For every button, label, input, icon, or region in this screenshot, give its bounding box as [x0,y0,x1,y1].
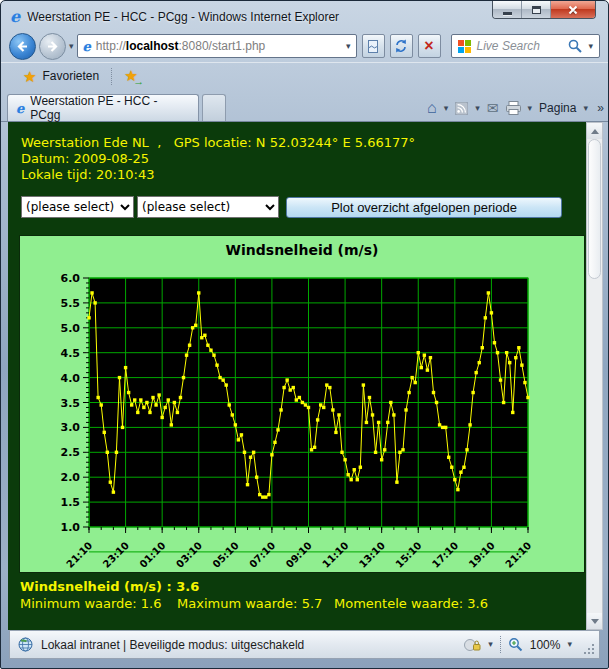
svg-text:3.5: 3.5 [61,397,81,410]
forward-button[interactable] [39,33,66,60]
svg-text:4.0: 4.0 [61,372,81,385]
content-area: Weerstation Ede NL , GPS locatie: N 52.0… [1,122,608,630]
page-favicon: e [83,40,91,53]
close-icon [567,4,579,16]
search-box[interactable]: Live Search ▾ [451,34,600,58]
search-input[interactable]: Live Search [477,39,563,53]
refresh-icon [393,38,409,54]
zoom-level[interactable]: 100% [530,638,561,652]
svg-text:3.0: 3.0 [61,421,81,434]
date-line: Datum: 2009-08-25 [21,151,149,166]
svg-text:11:10: 11:10 [320,540,350,569]
back-button[interactable] [9,33,36,60]
select-left[interactable]: (please select) [21,196,134,218]
footer-momentary: Momentele waarde: 3.6 [334,596,488,611]
footer-current-title: Windsnelheid (m/s) : 3.6 [20,579,199,594]
star-icon: ★ [23,69,36,84]
mail-icon[interactable]: ✉ [487,101,499,115]
triangle-up-icon [591,129,599,134]
maximize-icon [532,6,541,14]
refresh-button[interactable] [390,34,413,58]
search-icon[interactable] [568,39,582,53]
scrollbar-down-button[interactable] [587,613,602,629]
url-text[interactable]: http://localhost:8080/start1.php [96,39,341,53]
search-chevron-down-icon[interactable]: ▾ [588,42,593,51]
favorites-button[interactable]: ★ Favorieten [23,69,99,84]
scrollbar-up-button[interactable] [587,123,602,139]
select-right[interactable]: (please select) [137,196,279,218]
plot-period-button[interactable]: Plot overzicht afgelopen periode [286,197,562,218]
svg-text:2.0: 2.0 [61,471,81,484]
navigation-bar: ▾ e http://localhost:8080/start1.php ▾ × [1,30,608,62]
svg-text:05:10: 05:10 [210,540,240,569]
footer-max: Maximum waarde: 5.7 [177,596,334,611]
separator [500,636,501,653]
svg-text:21:10: 21:10 [503,540,533,569]
close-button[interactable] [551,1,595,18]
zoom-magnifier-icon[interactable] [508,637,523,652]
history-chevron-down-icon[interactable]: ▾ [69,42,74,51]
chart-title: Windsnelheid (m/s) [20,236,584,258]
svg-text:03:10: 03:10 [174,540,204,569]
svg-text:6.0: 6.0 [61,272,81,285]
intranet-globe-icon [18,637,33,652]
minimize-button[interactable] [493,1,522,18]
page-menu-button[interactable]: Pagina [539,101,576,115]
windows-logo-icon [458,40,471,53]
zone-status-text: Lokaal intranet | Beveiligde modus: uitg… [41,638,304,652]
rss-feed-icon[interactable] [455,102,468,115]
protected-mode-chevron-down-icon[interactable]: ▾ [488,640,493,649]
svg-text:21:10: 21:10 [64,540,94,569]
status-bar: Lokaal intranet | Beveiligde modus: uitg… [9,630,600,659]
window-title: Weerstation PE - HCC - PCgg - Windows In… [27,10,339,24]
footer-stats: Minimum waarde: 1.6 Maximum waarde: 5.7 … [20,596,488,611]
add-favorite-button[interactable]: ★ → [124,68,142,84]
compatibility-view-button[interactable] [362,34,385,58]
forward-arrow-icon [45,39,60,54]
page-menu-chevron-down-icon[interactable]: ▾ [583,104,588,113]
svg-text:13:10: 13:10 [357,540,387,569]
zoom-chevron-down-icon[interactable]: ▾ [567,640,572,649]
maximize-button[interactable] [522,1,551,18]
tab-title: Weerstation PE - HCC - PCgg [30,94,190,122]
station-gps-line: Weerstation Ede NL , GPS locatie: N 52.0… [21,135,415,150]
time-line: Lokale tijd: 20:10:43 [21,167,154,182]
separator [111,68,112,85]
favorites-label: Favorieten [42,69,99,83]
svg-text:15:10: 15:10 [393,540,423,569]
scrollbar-thumb[interactable] [588,139,601,279]
feeds-chevron-down-icon[interactable]: ▾ [475,104,480,113]
svg-text:5.0: 5.0 [61,322,81,335]
svg-text:01:10: 01:10 [137,540,167,569]
vertical-scrollbar[interactable] [586,122,603,630]
svg-text:5.5: 5.5 [61,297,81,310]
resize-grip[interactable] [579,639,591,651]
stop-icon: × [424,38,433,54]
protected-mode-icon[interactable] [464,638,481,652]
title-bar: e Weerstation PE - HCC - PCgg - Windows … [1,1,608,30]
tab-weerstation[interactable]: e Weerstation PE - HCC - PCgg [7,94,199,121]
home-icon[interactable]: ⌂ [427,100,437,116]
address-chevron-down-icon[interactable]: ▾ [346,42,351,51]
stop-button[interactable]: × [418,34,441,58]
ie-logo-icon: e [10,9,20,25]
svg-text:17:10: 17:10 [430,540,460,569]
print-chevron-down-icon[interactable]: ▾ [528,104,533,113]
minimize-icon [503,12,512,15]
web-page: Weerstation Ede NL , GPS locatie: N 52.0… [8,122,586,630]
svg-text:09:10: 09:10 [284,540,314,569]
home-chevron-down-icon[interactable]: ▾ [444,104,449,113]
new-tab-button[interactable] [202,94,226,121]
tab-bar: e Weerstation PE - HCC - PCgg ⌂ ▾ ▾ ✉ ▾ … [1,89,608,122]
printer-icon[interactable] [506,101,521,115]
chart-panel: Windsnelheid (m/s) 6.05.55.04.54.03.53.0… [19,235,585,573]
address-bar[interactable]: e http://localhost:8080/start1.php ▾ [77,34,357,58]
browser-window: e Weerstation PE - HCC - PCgg - Windows … [0,0,609,669]
svg-text:4.5: 4.5 [61,347,81,360]
favorites-bar: ★ Favorieten ★ → [1,62,608,89]
svg-text:23:10: 23:10 [101,540,131,569]
scrollbar-track[interactable] [587,139,602,613]
more-commands-button[interactable]: » [597,101,604,115]
tab-favicon: e [16,102,24,115]
command-bar: ⌂ ▾ ▾ ✉ ▾ Pagina ▾ [427,100,602,121]
